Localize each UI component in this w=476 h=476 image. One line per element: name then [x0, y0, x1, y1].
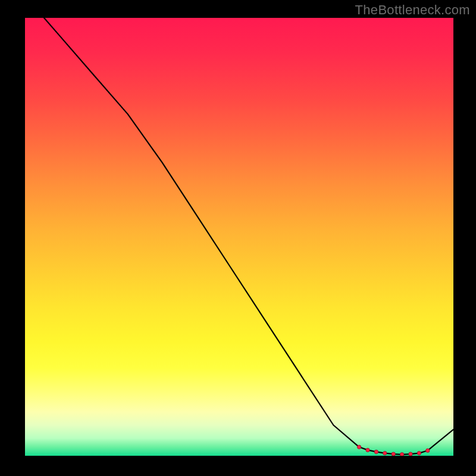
series-marker [357, 445, 361, 449]
series-marker [409, 452, 412, 456]
series-marker [383, 451, 387, 455]
series-marker [392, 452, 395, 456]
series-marker [426, 449, 430, 452]
watermark-text: TheBottleneck.com [355, 2, 470, 18]
chart-line [25, 18, 453, 455]
chart-svg [25, 18, 453, 456]
series-marker [417, 451, 421, 455]
series-markers [357, 445, 430, 456]
plot-area [25, 18, 453, 456]
series-marker [366, 448, 369, 452]
series-marker [374, 450, 378, 453]
chart-frame: TheBottleneck.com [0, 0, 476, 476]
series-marker [400, 453, 403, 456]
